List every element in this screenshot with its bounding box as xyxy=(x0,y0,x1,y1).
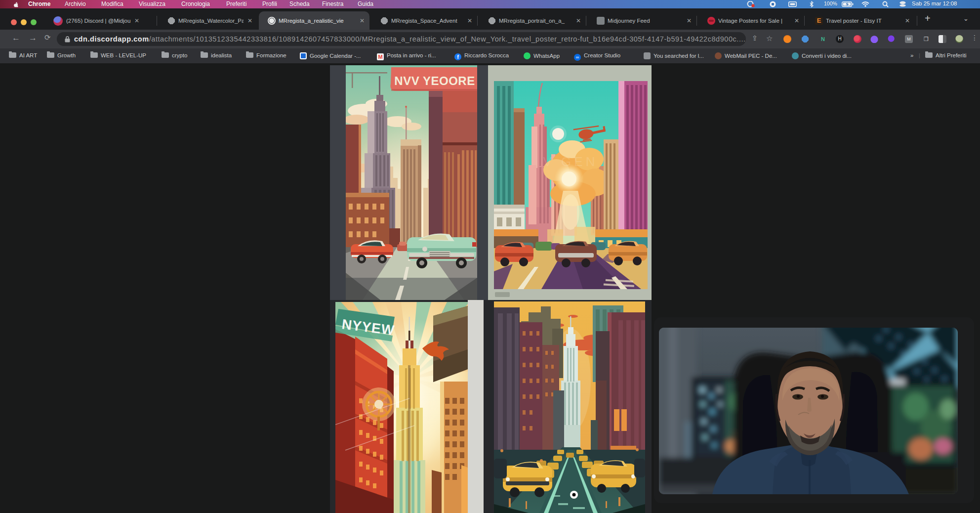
svg-text:NVV YEOORE: NVV YEOORE xyxy=(394,74,475,87)
svg-text:V GEN: V GEN xyxy=(543,154,598,169)
